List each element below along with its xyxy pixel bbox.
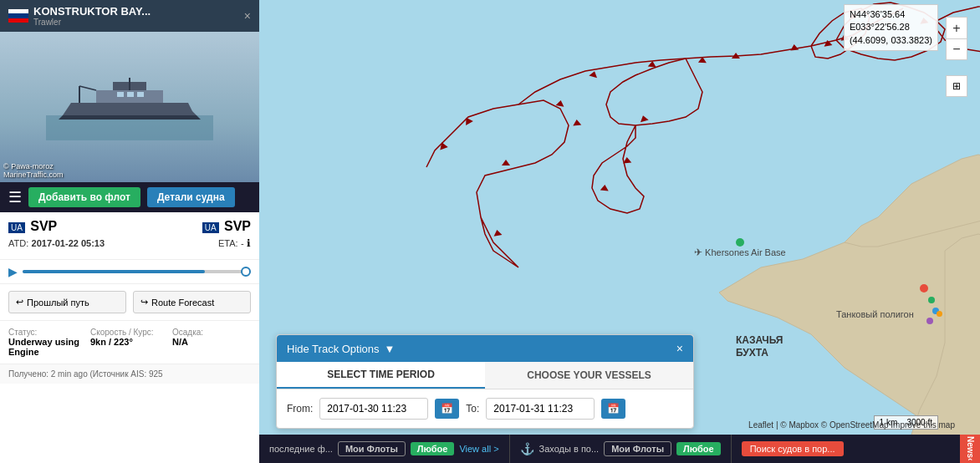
vessel-details-button[interactable]: Детали судна [147, 187, 235, 207]
bottom-section-arrivals: ⚓ Заходы в по... Мои Флоты Любое [510, 435, 732, 463]
atd-label: ATD: [8, 238, 28, 248]
route-forecast-icon: ↪ [140, 297, 148, 308]
svg-marker-20 [823, 39, 832, 47]
eta-info-icon[interactable]: ℹ [247, 237, 251, 249]
ship-illustration [46, 65, 213, 149]
any-button-2[interactable]: Любое [676, 442, 721, 455]
draft-label: Осадка: [172, 328, 251, 337]
tab-choose-vessels[interactable]: CHOOSE YOUR VESSELS [485, 362, 693, 389]
origin-port-code: SVP [30, 219, 57, 233]
vessel-dot-red[interactable] [920, 284, 928, 293]
zoom-in-button[interactable]: + [946, 17, 967, 38]
speed-label: Скорость / Курс: [90, 328, 169, 337]
route-forecast-button[interactable]: ↪ Route Forecast [133, 291, 251, 313]
vessel-actions-bar: ☰ Добавить во флот Детали судна [0, 182, 259, 212]
my-fleets-button-1[interactable]: Мои Флоты [338, 441, 406, 456]
vessel-dot-purple[interactable] [926, 318, 933, 324]
any-button-1[interactable]: Любое [411, 442, 455, 455]
vessel-name: KONSTRUKTOR BAY... [33, 5, 244, 18]
slider-thumb [241, 267, 251, 277]
atd-value: 2017-01-22 05:13 [32, 238, 105, 248]
vessel-type: Trawler [33, 18, 244, 27]
status-value: Underway using Engine [8, 337, 87, 357]
status-label: Статус: [8, 328, 87, 337]
news-badge[interactable]: News ‹ [960, 435, 980, 463]
eta-info: ETA: - ℹ [218, 237, 251, 249]
left-panel: KONSTRUKTOR BAY... Trawler × [0, 0, 259, 463]
vessel-dot-green2[interactable] [928, 297, 935, 303]
from-calendar-icon[interactable]: 📅 [435, 399, 459, 419]
hamburger-menu-button[interactable]: ☰ [8, 188, 22, 206]
dest-port-code: SVP [224, 219, 251, 233]
hide-track-options-button[interactable]: Hide Track Options ▼ [287, 343, 395, 355]
speed-value: 9kn / 223° [90, 337, 169, 347]
vessel-footer: Получено: 2 min ago (Источник АIS: 925 [0, 364, 259, 384]
track-body: From: 📅 To: 📅 [277, 389, 693, 428]
add-to-fleet-button[interactable]: Добавить во флот [28, 187, 140, 207]
ship-scene [0, 32, 259, 182]
bottom-section-search: Поиск судов в пор... [732, 435, 980, 463]
my-fleets-button-2[interactable]: Мои Флоты [604, 441, 671, 456]
vessel-info: UA SVP UA SVP ATD: 2017-01-22 05:13 ETA:… [0, 212, 259, 260]
svg-marker-7 [556, 99, 565, 107]
image-credits: © Pawa-moroz MarineTraffic.com [3, 162, 64, 179]
svg-rect-35 [137, 92, 144, 97]
vessel-image: © Pawa-moroz MarineTraffic.com [0, 32, 259, 182]
view-all-link[interactable]: View all > [459, 444, 498, 454]
draft-value: N/A [172, 337, 251, 347]
speed-slider-section: ▶ [0, 260, 259, 284]
vessel-panel-close-button[interactable]: × [244, 9, 251, 23]
svg-marker-17 [639, 114, 648, 122]
from-date-input[interactable] [319, 398, 428, 420]
from-label: From: [287, 403, 313, 415]
zoom-out-button[interactable]: − [946, 38, 967, 60]
past-track-button[interactable]: ↩ Прошлый путь [8, 291, 126, 313]
track-tabs: SELECT TIME PERIOD CHOOSE YOUR VESSELS [277, 362, 693, 389]
svg-marker-29 [59, 115, 201, 120]
svg-marker-10 [493, 229, 502, 237]
svg-rect-34 [127, 92, 134, 97]
map-layers-button[interactable]: ⊞ [946, 75, 967, 97]
svg-marker-28 [63, 103, 197, 115]
svg-line-37 [79, 86, 96, 90]
to-date-input[interactable] [486, 398, 595, 420]
map-layers-icon: ⊞ [952, 80, 961, 92]
arrivals-label: Заходы в по... [539, 444, 600, 454]
tab-select-time[interactable]: SELECT TIME PERIOD [277, 362, 485, 389]
to-calendar-icon[interactable]: 📅 [601, 399, 625, 419]
eta-value: - [241, 238, 244, 248]
map-label-kazachya: КАЗАЧЬЯ [736, 334, 783, 346]
dest-info: UA SVP [202, 219, 251, 234]
map-label-khersones: ✈ Khersones Air Base [694, 247, 786, 258]
svg-rect-33 [117, 92, 124, 97]
svg-marker-12 [648, 61, 657, 68]
vessel-title-area: KONSTRUKTOR BAY... Trawler [33, 5, 244, 27]
zoom-controls: + − [946, 17, 967, 60]
search-vessels-button[interactable]: Поиск судов в пор... [742, 441, 844, 456]
svg-marker-8 [573, 120, 582, 126]
atd-info: ATD: 2017-01-22 05:13 [8, 237, 105, 249]
close-track-options-button[interactable]: × [676, 342, 683, 355]
timeline-slider[interactable] [23, 270, 251, 273]
draft-detail: Осадка: N/A [172, 328, 251, 357]
svg-marker-9 [502, 160, 510, 165]
slider-container: ▶ [8, 265, 251, 278]
svg-marker-5 [438, 141, 448, 150]
vessel-dot-orange[interactable] [937, 311, 942, 317]
route-buttons: ↩ Прошлый путь ↪ Route Forecast [0, 284, 259, 321]
atd-eta-row: ATD: 2017-01-22 05:13 ETA: - ℹ [8, 237, 251, 249]
to-label: To: [466, 403, 479, 415]
chevron-down-icon: ▼ [385, 343, 396, 355]
svg-marker-6 [462, 115, 473, 125]
speed-detail: Скорость / Курс: 9kn / 223° [90, 328, 169, 357]
slider-fill [23, 270, 205, 273]
vessel-details-grid: Статус: Underway using Engine Скорость /… [0, 321, 259, 364]
svg-marker-15 [790, 44, 799, 51]
map-label-bukhta: БУХТА [736, 347, 768, 359]
vessel-dot-green[interactable] [736, 238, 744, 247]
vessel-header: KONSTRUKTOR BAY... Trawler × [0, 0, 259, 32]
dest-flag-badge: UA [202, 222, 219, 233]
map-label-tank: Танковый полигон [836, 309, 914, 319]
svg-marker-11 [589, 70, 598, 78]
past-track-icon: ↩ [16, 297, 23, 308]
